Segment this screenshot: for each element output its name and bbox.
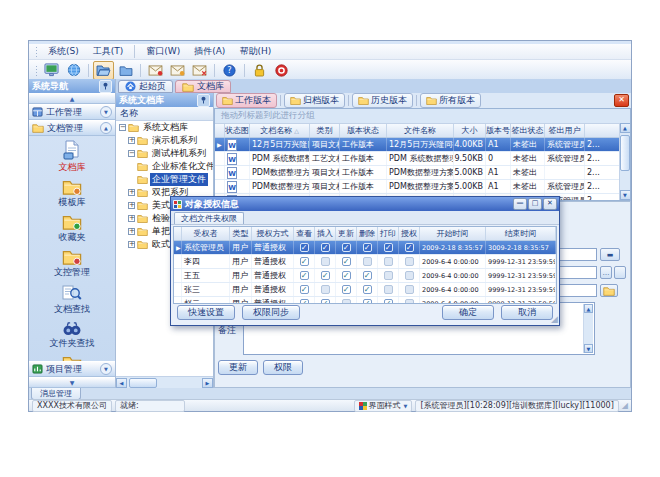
sidebar-scroll-up[interactable]: ▲ bbox=[29, 93, 115, 104]
cancel-button[interactable]: 取消 bbox=[501, 305, 553, 320]
permission-row[interactable]: 王五用户普通授权✓✓✓✓2009-6-4 0:00:009999-12-31 2… bbox=[174, 269, 556, 283]
sidebar-item-文控管理[interactable]: 文控管理 bbox=[54, 249, 90, 279]
group-by-band[interactable]: 拖动列标题到此进行分组 bbox=[215, 109, 630, 124]
column-header-版本号[interactable]: 版本号 bbox=[486, 124, 511, 137]
quick-set-button[interactable]: 快速设置 bbox=[177, 305, 235, 320]
collapse-icon[interactable]: − bbox=[128, 150, 135, 157]
column-header-删除[interactable]: 删除 bbox=[357, 227, 378, 240]
column-header-受权者[interactable]: 受权者 bbox=[182, 227, 230, 240]
column-header-大小[interactable]: 大小 bbox=[454, 124, 486, 137]
perm-insert-checkbox[interactable] bbox=[321, 257, 330, 266]
column-header-extra[interactable] bbox=[585, 124, 621, 137]
column-header-类别[interactable]: 类别 bbox=[310, 124, 340, 137]
perm-update-checkbox[interactable]: ✓ bbox=[342, 257, 351, 266]
perm-update-checkbox[interactable]: ✓ bbox=[342, 243, 351, 252]
expand-icon[interactable]: + bbox=[128, 189, 135, 196]
folder-blue-button[interactable] bbox=[115, 61, 136, 80]
pin-icon[interactable] bbox=[99, 80, 112, 93]
perm-grant-checkbox[interactable]: ✓ bbox=[405, 243, 414, 252]
scroll-up-icon[interactable]: ▲ bbox=[620, 123, 631, 133]
collapse-icon[interactable]: − bbox=[119, 124, 126, 131]
tab-起始页[interactable]: 起始页 bbox=[118, 80, 173, 93]
computer-button[interactable] bbox=[41, 61, 62, 80]
scroll-thumb[interactable] bbox=[620, 135, 630, 171]
tree-horizontal-scrollbar[interactable]: ◀ ▶ bbox=[116, 376, 213, 388]
sidebar-item-收藏夹[interactable]: 收藏夹 bbox=[59, 214, 86, 244]
table-row[interactable]: ▶W12月5日万兴隆同行...项目文档工作版本12月5日万兴隆同行...334.… bbox=[215, 138, 630, 152]
sidebar-group-工作管理[interactable]: 工作管理▼ bbox=[29, 104, 115, 120]
sidebar-scroll-down[interactable]: ▼ bbox=[29, 377, 115, 388]
tree-node[interactable]: +演示机系列 bbox=[116, 134, 213, 147]
perm-grant-checkbox[interactable] bbox=[405, 257, 414, 266]
dialog-tab-permissions[interactable]: 文档文件夹权限 bbox=[174, 212, 244, 224]
permission-row[interactable]: ▶系统管理员用户普通授权✓✓✓✓✓✓2009-2-18 8:35:573009-… bbox=[174, 241, 556, 255]
textarea-scrollbar[interactable]: ▲ ▼ bbox=[583, 304, 593, 353]
resize-grip-icon[interactable]: ◢ bbox=[622, 402, 628, 410]
ok-button[interactable]: 确定 bbox=[442, 305, 494, 320]
tree-node[interactable]: 企业管理文件 bbox=[116, 173, 213, 186]
perm-update-checkbox[interactable]: ✓ bbox=[342, 285, 351, 294]
help-button[interactable]: ? bbox=[219, 61, 240, 80]
perm-view-checkbox[interactable]: ✓ bbox=[300, 271, 309, 280]
maximize-button[interactable]: □ bbox=[528, 198, 542, 210]
perm-print-checkbox[interactable]: ✓ bbox=[384, 243, 393, 252]
toolbar-grip[interactable] bbox=[35, 65, 38, 76]
permission-row[interactable]: 张三用户普通授权✓✓✓2009-6-4 0:00:009999-12-31 23… bbox=[174, 283, 556, 297]
tree-column-header[interactable]: 名称 bbox=[116, 107, 213, 121]
table-row[interactable]: WPDM数据整理方案.doc项目文档工作版本PDM数据整理方案.doc95.00… bbox=[215, 166, 630, 180]
tree-node[interactable]: −测试样机系列 bbox=[116, 147, 213, 160]
detail-field-2-button[interactable] bbox=[614, 266, 626, 279]
perm-grant-checkbox[interactable] bbox=[405, 271, 414, 280]
tree-node[interactable]: −系统文档库 bbox=[116, 121, 213, 134]
toolbar-grip[interactable] bbox=[35, 46, 38, 57]
table-vertical-scrollbar[interactable]: ▲ ▼ bbox=[619, 123, 630, 200]
expand-icon[interactable]: + bbox=[128, 228, 135, 235]
perm-delete-checkbox[interactable]: ✓ bbox=[363, 271, 372, 280]
minimize-button[interactable]: — bbox=[513, 198, 527, 210]
ellipsis-button[interactable]: … bbox=[600, 266, 612, 279]
scroll-down-icon[interactable]: ▼ bbox=[584, 344, 593, 353]
perm-insert-checkbox[interactable]: ✓ bbox=[321, 271, 330, 280]
update-button[interactable]: 更新 bbox=[218, 360, 258, 375]
column-header-ind[interactable] bbox=[215, 124, 225, 137]
column-header-打印[interactable]: 打印 bbox=[378, 227, 399, 240]
table-row[interactable]: WPDM数据整理方案2.doc项目文档工作版本PDM数据整理方案2.doc95.… bbox=[215, 180, 630, 194]
version-tab-归档版本[interactable]: 归档版本 bbox=[284, 93, 345, 108]
lock-button[interactable] bbox=[249, 61, 270, 80]
sidebar-item-文档库[interactable]: 文档库 bbox=[59, 140, 86, 174]
perm-grant-checkbox[interactable] bbox=[405, 285, 414, 294]
tree-node[interactable]: 企业标准化文件 bbox=[116, 160, 213, 173]
sidebar-item-模板库[interactable]: 模板库 bbox=[59, 179, 86, 209]
version-tab-所有版本[interactable]: 所有版本 bbox=[420, 93, 481, 108]
column-header-查看[interactable]: 查看 bbox=[294, 227, 315, 240]
perm-print-checkbox[interactable] bbox=[384, 285, 393, 294]
globe-button[interactable] bbox=[63, 61, 84, 80]
menu-item[interactable]: 工具(T) bbox=[87, 44, 130, 59]
perm-view-checkbox[interactable]: ✓ bbox=[300, 257, 309, 266]
column-header-授权方式[interactable]: 授权方式 bbox=[252, 227, 294, 240]
sidebar-group-文档管理[interactable]: 文档管理▲ bbox=[29, 120, 115, 136]
close-button[interactable]: ✕ bbox=[543, 198, 557, 210]
mail-remove-button[interactable] bbox=[189, 61, 210, 80]
perm-sync-button[interactable]: 权限同步 bbox=[242, 305, 300, 320]
scroll-right-icon[interactable]: ▶ bbox=[202, 378, 213, 388]
column-header-授权[interactable]: 授权 bbox=[399, 227, 420, 240]
column-header-开始时间[interactable]: 开始时间 bbox=[420, 227, 486, 240]
perm-delete-checkbox[interactable]: ✓ bbox=[363, 243, 372, 252]
column-header-签出状态[interactable]: 签出状态 bbox=[511, 124, 545, 137]
close-icon[interactable]: ✕ bbox=[614, 94, 629, 107]
expand-icon[interactable]: + bbox=[128, 215, 135, 222]
perm-delete-checkbox[interactable] bbox=[363, 257, 372, 266]
perm-print-checkbox[interactable] bbox=[384, 271, 393, 280]
dialog-title-bar[interactable]: 对象授权信息 —□✕ bbox=[171, 197, 559, 211]
menu-item[interactable]: 帮助(H) bbox=[233, 44, 277, 59]
column-header-插入[interactable]: 插入 bbox=[315, 227, 336, 240]
column-header-文档名称[interactable]: 文档名称△ bbox=[250, 124, 310, 137]
scroll-up-icon[interactable]: ▲ bbox=[584, 304, 593, 313]
scroll-left-icon[interactable]: ◀ bbox=[116, 378, 127, 388]
column-header-结束时间[interactable]: 结束时间 bbox=[486, 227, 556, 240]
perm-insert-checkbox[interactable]: ✓ bbox=[321, 243, 330, 252]
power-button[interactable] bbox=[271, 61, 292, 80]
version-tab-历史版本[interactable]: 历史版本 bbox=[352, 93, 413, 108]
scroll-thumb[interactable] bbox=[129, 378, 157, 388]
